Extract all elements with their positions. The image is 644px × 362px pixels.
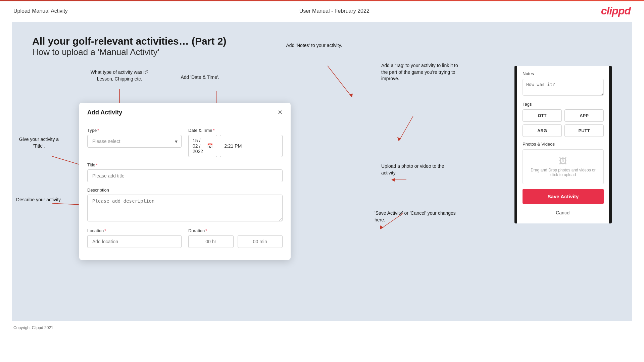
- upload-text: Drag and Drop photos and videos or click…: [530, 168, 597, 177]
- title-input[interactable]: [87, 169, 283, 182]
- tag-arg[interactable]: ARG: [523, 124, 562, 137]
- phone-inner: Notes Tags OTT APP ARG PUTT Photos & Vid…: [517, 66, 609, 223]
- footer-text: Copyright Clippd 2021: [13, 325, 53, 330]
- time-input[interactable]: 2:21 PM: [220, 135, 283, 157]
- svg-line-14: [400, 116, 413, 140]
- annotation-datetime: Add 'Date & Time'.: [173, 74, 227, 81]
- modal-body: Type* Please select Date & Time* 15 /: [79, 121, 291, 260]
- svg-marker-19: [380, 225, 384, 229]
- svg-marker-15: [397, 137, 401, 141]
- location-group: Location*: [87, 228, 182, 248]
- upload-icon: 🖼: [530, 156, 597, 166]
- main-content: All your golf-relevant activities… (Part…: [12, 22, 632, 321]
- svg-line-12: [328, 66, 351, 96]
- notes-section: Notes: [523, 71, 604, 97]
- form-row-desc: Description: [87, 188, 283, 223]
- annotation-save: 'Save Activity' or 'Cancel' your changes…: [375, 210, 462, 223]
- photos-label: Photos & Videos: [523, 142, 604, 147]
- modal-close-button[interactable]: ✕: [278, 109, 283, 116]
- tag-app[interactable]: APP: [564, 109, 604, 122]
- datetime-label: Date & Time*: [188, 128, 283, 133]
- phone-panel: Notes Tags OTT APP ARG PUTT Photos & Vid…: [514, 66, 612, 223]
- datetime-inputs: 15 / 02 / 2022 📅 2:21 PM: [188, 135, 283, 157]
- duration-group: Duration*: [188, 228, 283, 248]
- type-group: Type* Please select: [87, 128, 182, 157]
- date-input[interactable]: 15 / 02 / 2022 📅: [188, 135, 217, 157]
- form-row-type-datetime: Type* Please select Date & Time* 15 /: [87, 128, 283, 157]
- add-activity-modal: Add Activity ✕ Type* Please select: [79, 103, 291, 260]
- notes-textarea[interactable]: [523, 79, 604, 96]
- svg-marker-13: [349, 94, 353, 98]
- upload-area[interactable]: 🖼 Drag and Drop photos and videos or cli…: [523, 149, 604, 184]
- tags-section: Tags OTT APP ARG PUTT: [523, 102, 604, 137]
- tag-ott[interactable]: OTT: [523, 109, 562, 122]
- logo: clippd: [601, 5, 631, 17]
- tags-grid: OTT APP ARG PUTT: [523, 109, 604, 137]
- duration-label: Duration*: [188, 228, 283, 233]
- duration-min-input[interactable]: [238, 235, 283, 248]
- tags-section-label: Tags: [523, 102, 604, 107]
- annotation-upload: Upload a photo or video to the activity.: [381, 163, 455, 176]
- title-label: Title*: [87, 162, 283, 167]
- annotation-type: What type of activity was it? Lesson, Ch…: [86, 69, 153, 82]
- save-activity-button[interactable]: Save Activity: [523, 189, 604, 204]
- cancel-link[interactable]: Cancel: [523, 207, 604, 218]
- annotation-tag: Add a 'Tag' to your activity to link it …: [381, 62, 462, 82]
- modal-title: Add Activity: [87, 109, 122, 116]
- annotation-desc: Describe your activity.: [15, 197, 62, 203]
- modal-header: Add Activity ✕: [79, 103, 291, 121]
- footer: Copyright Clippd 2021: [0, 321, 644, 335]
- desc-group: Description: [87, 188, 283, 223]
- page-title: Upload Manual Activity: [13, 8, 68, 14]
- desc-textarea[interactable]: [87, 195, 283, 221]
- form-row-title: Title*: [87, 162, 283, 182]
- location-label: Location*: [87, 228, 182, 233]
- title-group: Title*: [87, 162, 283, 182]
- calendar-icon: 📅: [207, 143, 213, 149]
- datetime-group: Date & Time* 15 / 02 / 2022 📅 2:21 PM: [188, 128, 283, 157]
- tag-putt[interactable]: PUTT: [564, 124, 604, 137]
- photos-section: Photos & Videos 🖼 Drag and Drop photos a…: [523, 142, 604, 184]
- doc-title: User Manual - February 2022: [299, 8, 369, 14]
- type-label: Type*: [87, 128, 182, 133]
- annotation-notes: Add 'Notes' to your activity.: [281, 42, 348, 49]
- notes-section-label: Notes: [523, 71, 604, 76]
- type-select[interactable]: Please select: [87, 135, 182, 148]
- duration-hr-input[interactable]: [188, 235, 234, 248]
- desc-label: Description: [87, 188, 283, 193]
- top-bar: Upload Manual Activity User Manual - Feb…: [0, 0, 644, 22]
- svg-marker-17: [391, 178, 395, 182]
- duration-inputs: [188, 235, 283, 248]
- location-input[interactable]: [87, 235, 182, 248]
- annotation-title: Give your activity a 'Title'.: [15, 136, 62, 149]
- type-select-wrapper: Please select: [87, 135, 182, 148]
- form-row-location-duration: Location* Duration*: [87, 228, 283, 248]
